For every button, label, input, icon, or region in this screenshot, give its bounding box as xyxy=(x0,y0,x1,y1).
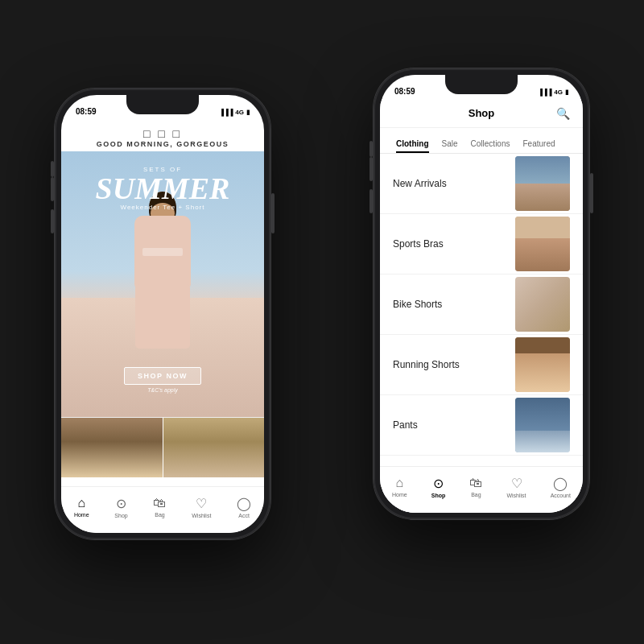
side-button-vol-down xyxy=(51,209,54,233)
nav-home-right[interactable]: ⌂ Home xyxy=(392,476,407,497)
side-button-silent-right xyxy=(369,141,373,157)
tab-clothing[interactable]: Clothing xyxy=(390,139,436,153)
tab-sale[interactable]: Sale xyxy=(436,139,464,153)
category-running-shorts[interactable]: Running Shorts xyxy=(380,335,583,395)
time-right: 08:59 xyxy=(394,87,415,96)
brand-name: GOOD MORNING, GORGEOUS xyxy=(61,140,264,148)
cat-thumb-sports-bras xyxy=(515,217,570,271)
hero-banner: SETS OF SUMMER Weekender Tee + Short SHO… xyxy=(61,151,264,417)
network-icon-right: 4G xyxy=(554,89,563,96)
nav-home-left[interactable]: ⌂ Home xyxy=(74,496,89,518)
bottom-nav-right: ⌂ Home ⊙ Shop 🛍 Bag ♡ Wishlist xyxy=(380,466,583,513)
nav-wishlist-left[interactable]: ♡ Wishlist xyxy=(192,496,211,518)
tab-collections[interactable]: Collections xyxy=(464,139,517,153)
side-button-vol-down-right xyxy=(369,189,373,213)
cat-label-new-arrivals: New Arrivals xyxy=(393,178,447,189)
side-button-vol-up xyxy=(51,177,54,201)
account-label: Acct xyxy=(238,513,250,518)
cat-thumb-running-shorts xyxy=(515,337,570,392)
bag-label: Bag xyxy=(155,512,164,518)
tab-featured[interactable]: Featured xyxy=(516,139,561,153)
cat-label-pants: Pants xyxy=(393,419,418,431)
status-icons-right: ▐▐▐ 4G ▮ xyxy=(538,89,568,96)
nav-shop-right[interactable]: ⊙ Shop xyxy=(431,476,446,498)
cat-label-bike-shorts: Bike Shorts xyxy=(393,299,442,310)
shop-header: Shop 🔍 xyxy=(380,99,583,128)
category-tabs: Clothing Sale Collections Featured xyxy=(380,128,583,154)
notch xyxy=(126,95,199,114)
cat-thumb-new-arrivals xyxy=(515,156,570,211)
notch-right xyxy=(445,75,518,94)
network-icon: 4G xyxy=(235,109,244,116)
category-pants[interactable]: Pants xyxy=(380,395,583,456)
bottom-nav-left: ⌂ Home ⊙ Shop 🛍 Bag ♡ Wishlist xyxy=(61,486,264,533)
left-phone-screen: 08:59 ▐▐▐ 4G ▮ □ □ □ GOOD MORNING, GORGE… xyxy=(61,95,264,533)
app-logo: □ □ □ GOOD MORNING, GORGEOUS xyxy=(61,119,264,151)
shirt-logo xyxy=(142,248,183,256)
cat-label-sports-bras: Sports Bras xyxy=(393,238,444,250)
cat-label-running-shorts: Running Shorts xyxy=(393,359,460,370)
wishlist-label-right: Wishlist xyxy=(506,493,526,498)
side-button-vol-up-right xyxy=(369,157,373,181)
shop-label-right: Shop xyxy=(431,493,446,498)
hero-cta: SHOP NOW T&C's apply xyxy=(61,367,264,393)
home-label: Home xyxy=(74,512,89,518)
account-icon: ◯ xyxy=(237,496,251,511)
battery-icon-right: ▮ xyxy=(565,89,568,96)
thumb-1[interactable] xyxy=(61,418,163,477)
side-button-power-right xyxy=(590,173,593,213)
cat-thumb-bike-shorts xyxy=(515,277,570,332)
shop-icon: ⊙ xyxy=(116,496,126,511)
shop-label: Shop xyxy=(114,513,127,518)
account-icon-right: ◯ xyxy=(553,476,568,491)
left-app-content: □ □ □ GOOD MORNING, GORGEOUS xyxy=(61,119,264,533)
nav-account-left[interactable]: ◯ Acct xyxy=(237,496,251,518)
search-icon[interactable]: 🔍 xyxy=(556,107,570,120)
home-icon: ⌂ xyxy=(77,496,85,510)
shop-icon-right: ⊙ xyxy=(433,476,444,491)
category-new-arrivals[interactable]: New Arrivals xyxy=(380,154,583,214)
shop-title: Shop xyxy=(469,107,495,119)
category-bike-shorts[interactable]: Bike Shorts xyxy=(380,275,583,335)
tc-text: T&C's apply xyxy=(61,387,264,393)
bag-icon-right: 🛍 xyxy=(469,476,482,490)
right-phone-screen: 08:59 ▐▐▐ 4G ▮ Shop 🔍 Clothing xyxy=(380,75,583,513)
signal-icon-right: ▐▐▐ xyxy=(538,89,551,96)
nav-bag-right[interactable]: 🛍 Bag xyxy=(469,476,482,497)
account-label-right: Account xyxy=(551,493,571,498)
shop-now-button[interactable]: SHOP NOW xyxy=(124,367,201,385)
battery-icon: ▮ xyxy=(246,109,250,116)
bag-icon: 🛍 xyxy=(153,496,166,510)
nav-account-right[interactable]: ◯ Account xyxy=(551,476,571,498)
category-sports-bras[interactable]: Sports Bras xyxy=(380,214,583,275)
scene: 08:59 ▐▐▐ 4G ▮ □ □ □ GOOD MORNING, GORGE… xyxy=(0,0,644,644)
nav-wishlist-right[interactable]: ♡ Wishlist xyxy=(506,476,526,498)
hero-text: SETS OF SUMMER Weekender Tee + Short xyxy=(61,166,264,211)
wishlist-icon: ♡ xyxy=(196,496,207,511)
logo-dots: □ □ □ xyxy=(61,127,264,140)
nav-bag-left[interactable]: 🛍 Bag xyxy=(153,496,166,518)
weekender-label: Weekender Tee + Short xyxy=(61,204,264,211)
thumb-2[interactable] xyxy=(163,418,265,477)
side-button-silent xyxy=(51,161,54,177)
home-label-right: Home xyxy=(392,492,407,497)
summer-label: SUMMER xyxy=(61,173,264,204)
thumbnail-row xyxy=(61,417,264,477)
status-icons-left: ▐▐▐ 4G ▮ xyxy=(219,109,250,116)
phone-left: 08:59 ▐▐▐ 4G ▮ □ □ □ GOOD MORNING, GORGE… xyxy=(55,89,270,539)
phone-right: 08:59 ▐▐▐ 4G ▮ Shop 🔍 Clothing xyxy=(374,68,589,519)
home-icon-right: ⌂ xyxy=(396,476,404,490)
side-button-power xyxy=(271,193,275,233)
signal-icon: ▐▐▐ xyxy=(219,109,233,116)
nav-shop-left[interactable]: ⊙ Shop xyxy=(114,496,127,518)
bag-label-right: Bag xyxy=(471,492,481,497)
right-app-content: Shop 🔍 Clothing Sale Collections Fea xyxy=(380,99,583,513)
cat-thumb-pants xyxy=(515,398,570,452)
time-left: 08:59 xyxy=(76,107,97,116)
wishlist-label: Wishlist xyxy=(192,513,211,518)
model-pants xyxy=(135,284,190,349)
wishlist-icon-right: ♡ xyxy=(511,476,522,491)
category-list: New Arrivals Sports Bras xyxy=(380,154,583,466)
